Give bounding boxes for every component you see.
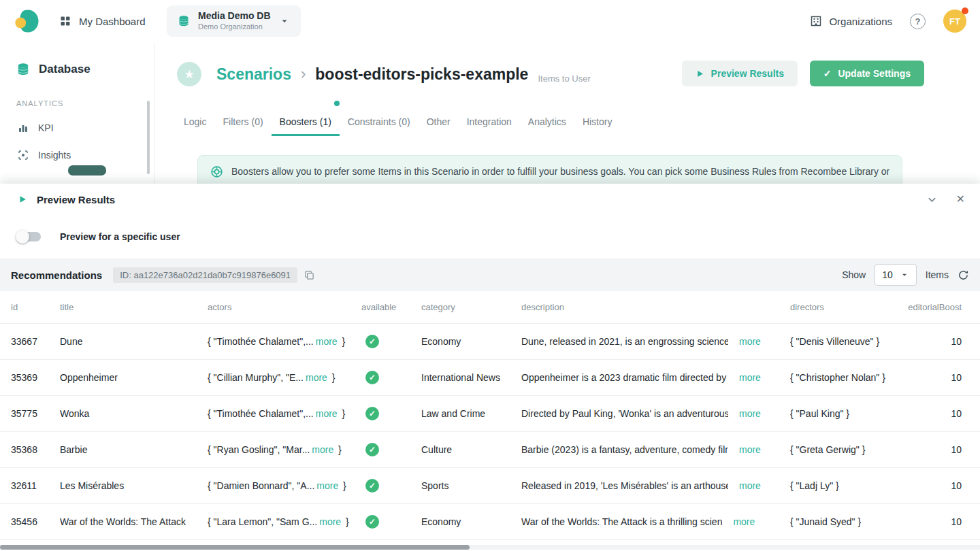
preview-panel-header: Preview Results ✕	[0, 184, 980, 215]
table-row[interactable]: 35368 Barbie { "Ryan Gosling", "Mar...mo…	[0, 432, 980, 468]
more-link[interactable]: more	[739, 372, 761, 383]
sidebar-item-insights[interactable]: Insights	[0, 141, 154, 169]
table-row[interactable]: 35456 War of the Worlds: The Attack { "L…	[0, 504, 980, 540]
cell-actors: { "Damien Bonnard", "A...more }	[208, 480, 361, 491]
column-header-category[interactable]: category	[421, 302, 521, 312]
sidebar-item-label: KPI	[38, 122, 54, 133]
chevron-down-icon	[927, 195, 937, 205]
more-link[interactable]: more	[739, 336, 761, 347]
table-row[interactable]: 35369 Oppenheimer { "Cillian Murphy", "E…	[0, 360, 980, 396]
cell-editorialBoost: 10	[906, 408, 962, 419]
user-preview-toggle-row: Preview for a specific user	[0, 215, 980, 258]
column-header-actors[interactable]: actors	[208, 302, 361, 312]
items-count-select[interactable]: 10	[875, 264, 917, 286]
column-header-available[interactable]: available	[361, 302, 421, 312]
more-link[interactable]: more	[316, 336, 338, 347]
cell-directors: { "Christopher Nolan" }	[790, 372, 906, 383]
cell-actors: { "Lara Lemon", "Sam G...more }	[208, 516, 361, 527]
tab-integration[interactable]: Integration	[459, 107, 520, 136]
toggle-knob	[16, 230, 29, 244]
tab-filters[interactable]: Filters (0)	[214, 107, 271, 136]
cell-editorialBoost: 10	[906, 336, 962, 347]
cell-category: Economy	[421, 516, 521, 527]
cell-title: War of the Worlds: The Attack	[60, 516, 208, 527]
more-link[interactable]: more	[739, 408, 761, 419]
sidebar-database-header[interactable]: Database	[0, 42, 154, 76]
column-header-description[interactable]: description	[521, 302, 790, 312]
update-settings-label: Update Settings	[838, 68, 911, 79]
tab-constraints[interactable]: Constraints (0)	[340, 107, 419, 136]
available-check-icon: ✓	[365, 515, 379, 529]
tab-analytics[interactable]: Analytics	[520, 107, 574, 136]
cell-editorialBoost: 10	[906, 444, 962, 455]
sidebar-database-label: Database	[39, 63, 91, 76]
cell-description: Dune, released in 2021, is an engrossing…	[521, 336, 790, 347]
sidebar-item-kpi[interactable]: KPI	[0, 114, 154, 141]
breadcrumb-scenarios-link[interactable]: Scenarios	[216, 65, 291, 84]
help-icon: ?	[915, 16, 921, 27]
cell-description: Oppenheimer is a 2023 dramatic film dire…	[521, 372, 790, 383]
recommendations-title: Recommendations	[11, 269, 102, 281]
cell-category: Culture	[421, 444, 521, 455]
user-avatar[interactable]: FT	[943, 10, 966, 33]
check-icon: ✓	[823, 68, 832, 79]
more-link[interactable]: more	[316, 480, 338, 491]
database-selector[interactable]: Media Demo DB Demo Organization	[167, 5, 301, 37]
more-link[interactable]: more	[733, 516, 755, 527]
update-settings-button[interactable]: ✓ Update Settings	[810, 61, 924, 86]
tab-boosters[interactable]: Boosters (1)	[272, 107, 340, 136]
banner-text: Boosters allow you to prefer some Items …	[231, 166, 889, 177]
cell-id: 35369	[0, 372, 60, 383]
cell-available: ✓	[361, 479, 421, 492]
tab-history[interactable]: History	[574, 107, 621, 136]
more-link[interactable]: more	[306, 372, 327, 383]
column-header-id[interactable]: id	[0, 302, 60, 312]
cell-available: ✓	[361, 371, 421, 384]
collapse-panel-button[interactable]	[927, 195, 937, 205]
cell-actors: { "Cillian Murphy", "E...more }	[208, 372, 361, 383]
more-link[interactable]: more	[739, 444, 761, 455]
cell-title: Dune	[60, 336, 208, 347]
organizations-icon	[810, 15, 822, 27]
refresh-button[interactable]	[958, 269, 969, 281]
organizations-link[interactable]: Organizations	[810, 15, 892, 27]
selected-organization-name: Demo Organization	[198, 22, 271, 32]
preview-results-button[interactable]: Preview Results	[682, 61, 798, 86]
cell-id: 35775	[0, 408, 60, 419]
cell-directors: { "Ladj Ly" }	[790, 480, 906, 491]
my-dashboard-label: My Dashboard	[79, 16, 146, 27]
more-link[interactable]: more	[316, 408, 338, 419]
recombee-logo[interactable]	[12, 7, 41, 35]
more-link[interactable]: more	[319, 516, 341, 527]
my-dashboard-link[interactable]: My Dashboard	[60, 0, 146, 42]
specific-user-toggle[interactable]	[18, 232, 41, 241]
cell-category: Law and Crime	[421, 408, 521, 419]
cell-available: ✓	[361, 335, 421, 348]
close-panel-button[interactable]: ✕	[956, 194, 965, 205]
caret-down-icon	[900, 270, 909, 280]
caret-down-icon	[279, 16, 290, 27]
column-header-editorialBoost[interactable]: editorialBoost	[906, 302, 962, 312]
cell-directors: { "Greta Gerwig" }	[790, 444, 906, 455]
more-link[interactable]: more	[739, 480, 761, 491]
column-header-title[interactable]: title	[60, 302, 208, 312]
table-row[interactable]: 33667 Dune { "Timothée Chalamet",...more…	[0, 324, 980, 360]
bar-chart-icon	[18, 122, 29, 133]
table-row[interactable]: 32611 Les Misérables { "Damien Bonnard",…	[0, 468, 980, 504]
sidebar-scrollbar[interactable]	[147, 101, 150, 174]
copy-id-button[interactable]	[304, 270, 314, 280]
close-icon: ✕	[956, 194, 965, 205]
tab-logic[interactable]: Logic	[176, 107, 214, 136]
items-count-value: 10	[882, 269, 893, 280]
preview-panel-title: Preview Results	[37, 194, 115, 205]
help-button[interactable]: ?	[910, 14, 926, 29]
table-header-row: id title actors available category descr…	[0, 291, 980, 324]
cell-description: Released in 2019, 'Les Misérables' is an…	[521, 480, 790, 491]
cell-directors: { "Denis Villeneuve" }	[790, 336, 906, 347]
column-header-directors[interactable]: directors	[790, 302, 906, 312]
star-icon: ★	[184, 67, 194, 82]
table-row[interactable]: 35775 Wonka { "Timothée Chalamet",...mor…	[0, 396, 980, 432]
tab-other[interactable]: Other	[419, 107, 459, 136]
more-link[interactable]: more	[312, 444, 333, 455]
horizontal-scrollbar-thumb[interactable]	[0, 545, 470, 550]
